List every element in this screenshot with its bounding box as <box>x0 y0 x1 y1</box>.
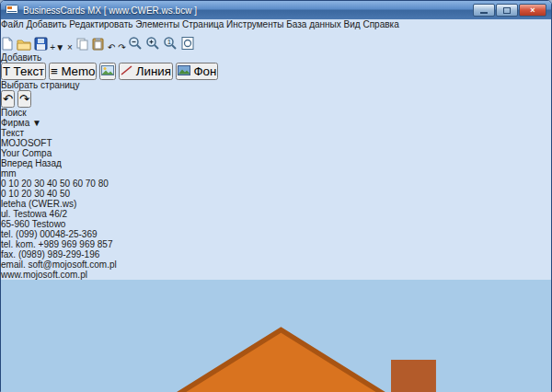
add-background-label: Фон <box>193 64 216 78</box>
ruler-tick: 50 <box>60 189 70 199</box>
select-page-label: Выбрать страницу <box>1 80 551 90</box>
add-image-button[interactable] <box>99 63 116 80</box>
app-window: BusinessCards MX [ www.CWER.ws.bcw ] × Ф… <box>0 0 552 392</box>
delete-element-button[interactable]: × <box>67 42 75 52</box>
add-element-button[interactable]: +▼ <box>50 42 67 52</box>
window-title: BusinessCards MX [ www.CWER.ws.bcw ] <box>23 6 468 16</box>
horizontal-ruler: 0 10 20 30 40 50 60 70 80 <box>1 179 551 189</box>
menu-edit[interactable]: Редактировать <box>69 19 132 29</box>
card-house-photo[interactable] <box>1 280 551 392</box>
center-area: Вперед Назад mm 0 10 20 30 40 50 60 70 8… <box>1 158 551 392</box>
zoom-out-icon <box>128 36 143 51</box>
tab-front[interactable]: Вперед <box>1 158 32 168</box>
list-item[interactable]: Your Compa <box>1 148 551 158</box>
add-memo-button[interactable]: ≡ Memo <box>49 63 98 80</box>
search-field-value: Фирма <box>1 118 29 128</box>
card-address-line: 65-960 Testowo <box>1 219 551 229</box>
open-file-button[interactable] <box>17 42 34 52</box>
ruler-tick: 50 <box>60 179 70 189</box>
search-field-combobox[interactable]: Фирма ▼ <box>1 118 551 128</box>
ruler-tick: 70 <box>86 179 96 189</box>
maximize-icon <box>503 7 511 14</box>
menu-view[interactable]: Вид <box>344 19 361 29</box>
ruler-tick: 30 <box>34 179 44 189</box>
titlebar[interactable]: BusinessCards MX [ www.CWER.ws.bcw ] × <box>1 1 551 19</box>
business-card-preview[interactable]: leteha (CWER.ws) ul. Testowa 46/2 65-960… <box>1 199 551 392</box>
ruler-tick: 0 <box>1 189 6 199</box>
maximize-button[interactable] <box>496 4 518 17</box>
delete-icon: × <box>67 42 73 52</box>
open-folder-icon <box>17 38 31 51</box>
zoom-group: 1 <box>128 42 194 52</box>
menu-page[interactable]: Страница <box>182 19 224 29</box>
copy-icon <box>75 37 89 51</box>
new-document-button[interactable] <box>1 42 17 52</box>
redo-button[interactable]: ↷ <box>118 42 128 52</box>
design-surface[interactable]: leteha (CWER.ws) ul. Testowa 46/2 65-960… <box>1 199 551 392</box>
undo-icon: ↶ <box>108 42 115 52</box>
minimize-button[interactable] <box>473 4 495 17</box>
card-name-text[interactable]: leteha (CWER.ws) <box>1 199 551 209</box>
background-tool-icon <box>178 65 190 75</box>
menu-elements[interactable]: Элементы <box>135 19 179 29</box>
line-tool-icon <box>121 65 132 75</box>
zoom-actual-icon: 1 <box>163 36 178 51</box>
ruler-tick: 10 <box>8 189 18 199</box>
ruler-tick: 60 <box>73 179 83 189</box>
search-results-list[interactable]: MOJOSOFT Your Compa <box>1 138 551 158</box>
window-controls: × <box>473 4 546 17</box>
close-button[interactable]: × <box>519 4 546 17</box>
add-background-button[interactable]: Фон <box>176 63 219 80</box>
left-panel: Добавить T Текст ≡ Memo Линия Фон Выбрат… <box>1 52 551 158</box>
page-back-button[interactable]: ↶ <box>1 90 15 108</box>
search-section-label: Поиск <box>1 108 551 118</box>
text-tool-icon: T <box>3 64 10 78</box>
add-text-label: Текст <box>14 64 45 78</box>
paste-icon <box>91 37 105 51</box>
zoom-in-button[interactable] <box>145 42 163 52</box>
page-forward-button[interactable]: ↷ <box>17 90 31 108</box>
card-address-line: fax. (0989) 989-299-196 <box>1 249 551 259</box>
add-text-button[interactable]: T Текст <box>1 63 46 80</box>
copy-button[interactable] <box>75 42 92 52</box>
zoom-fit-icon <box>180 36 195 51</box>
menu-tools[interactable]: Инструменты <box>226 19 283 29</box>
menubar: Файл Добавить Редактировать Элементы Стр… <box>1 19 551 36</box>
page-arrows: ↶ ↷ <box>1 90 551 108</box>
text-list-label: Текст <box>1 128 551 138</box>
undo-button[interactable]: ↶ <box>108 42 118 52</box>
card-address-line: www.mojosoft.com.pl <box>1 270 551 280</box>
image-tool-icon <box>101 65 114 75</box>
redo-icon: ↷ <box>118 42 125 52</box>
app-icon <box>6 4 18 17</box>
paste-button[interactable] <box>91 42 108 52</box>
zoom-actual-button[interactable]: 1 <box>163 42 180 52</box>
ruler-unit-label: mm <box>1 168 551 179</box>
add-line-label: Линия <box>136 64 171 78</box>
card-address-block[interactable]: ul. Testowa 46/2 65-960 Testowo tel. (09… <box>1 209 551 280</box>
add-line-button[interactable]: Линия <box>119 63 173 80</box>
zoom-fit-button[interactable] <box>180 42 195 52</box>
menu-database[interactable]: База данных <box>286 19 341 29</box>
menu-add[interactable]: Добавить <box>26 19 66 29</box>
add-memo-label: Memo <box>61 64 95 78</box>
toolbar: +▼ × ↶ ↷ 1 <box>1 36 551 52</box>
menu-help[interactable]: Справка <box>362 19 398 29</box>
card-address-line: tel. kom. +989 969 969 857 <box>1 239 551 249</box>
menu-file[interactable]: Файл <box>1 19 24 29</box>
dropdown-arrow-icon: ▼ <box>55 42 64 52</box>
list-item[interactable]: MOJOSOFT <box>1 138 551 148</box>
ruler-tick: 40 <box>47 179 57 189</box>
save-button[interactable] <box>34 42 51 52</box>
ruler-tick: 30 <box>34 189 44 199</box>
card-address-line: ul. Testowa 46/2 <box>1 209 551 219</box>
vertical-ruler: 0 10 20 30 40 50 <box>1 189 551 199</box>
main-area: Добавить T Текст ≡ Memo Линия Фон Выбрат… <box>1 52 551 392</box>
tab-back[interactable]: Назад <box>35 158 62 168</box>
zoom-out-button[interactable] <box>128 42 145 52</box>
ruler-tick: 0 <box>1 179 6 189</box>
combobox-dropdown-button[interactable]: ▼ <box>32 118 41 128</box>
design-canvas: mm 0 10 20 30 40 50 60 70 80 0 10 20 30 <box>1 168 551 392</box>
ruler-tick: 40 <box>47 189 57 199</box>
card-address-line: email. soft@mojosoft.com.pl <box>1 259 551 270</box>
